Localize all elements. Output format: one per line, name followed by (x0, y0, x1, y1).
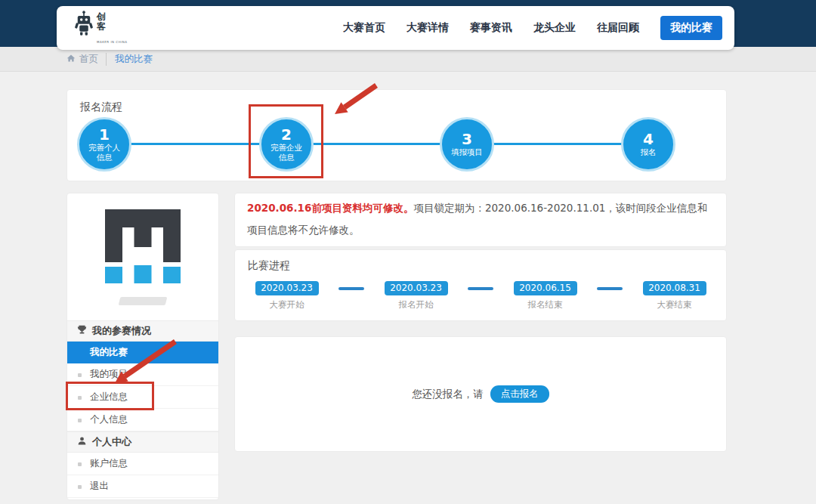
milestone-signup-end: 2020.06.15 报名结束 (493, 281, 597, 311)
steps-connector (104, 143, 648, 145)
breadcrumb-home-link[interactable]: 首页 (66, 53, 98, 66)
step-1-complete-personal-info: 1 完善个人信息 (77, 117, 131, 172)
timeline-connector (468, 287, 493, 290)
user-icon (77, 436, 87, 448)
page: 创 客 MAKER IN CHINA 大赛首页 大赛详情 赛事资讯 龙头企业 往… (0, 0, 816, 504)
milestone-date-badge: 2020.03.23 (255, 281, 319, 295)
empty-state-card: 您还没报名，请 点击报名 (234, 336, 727, 452)
nav-item-past-reviews[interactable]: 往届回顾 (597, 21, 639, 35)
company-logo-block (67, 193, 218, 320)
step-3-fill-project: 3 填报项目 (440, 117, 494, 172)
step-4-signup: 4 报名 (621, 117, 675, 172)
notice-card: 2020.06.16前项目资料均可修改。项目锁定期为：2020.06.16-20… (234, 193, 727, 247)
sidebar: 我的参赛情况 我的比赛 我的项目 企业信息 个人信息 个人中心 账户信息 (66, 193, 219, 500)
my-contest-button[interactable]: 我的比赛 (660, 16, 722, 40)
timeline-row: 2020.03.23 大赛开始 2020.03.23 报名开始 2020.06.… (235, 281, 726, 311)
timeline-connector (338, 287, 364, 290)
milestone-date-badge: 2020.08.31 (643, 281, 706, 295)
nav-item-contest-news[interactable]: 赛事资讯 (470, 21, 512, 35)
site-logo[interactable]: 创 客 MAKER IN CHINA (73, 10, 128, 46)
bullet-icon (78, 419, 82, 422)
sidebar-item-company-info[interactable]: 企业信息 (67, 386, 218, 409)
milestone-contest-end: 2020.08.31 大赛结束 (623, 281, 726, 311)
logo-char-2: 客 (97, 22, 128, 32)
sidebar-item-my-contest[interactable]: 我的比赛 (67, 342, 218, 363)
timeline-title: 比赛进程 (235, 250, 726, 273)
breadcrumb-current[interactable]: 我的比赛 (106, 53, 153, 66)
empty-state-message: 您还没报名，请 (412, 388, 484, 401)
bullet-icon (78, 485, 82, 489)
process-steps: 1 完善个人信息 2 完善企业信息 3 填报项目 4 报名 (67, 90, 726, 181)
milestone-date-badge: 2020.03.23 (385, 281, 448, 295)
nav-item-contest-detail[interactable]: 大赛详情 (406, 21, 449, 35)
company-logo-icon (105, 209, 181, 289)
timeline-connector (597, 287, 623, 290)
breadcrumb: 首页 我的比赛 (0, 47, 816, 72)
contest-progress-card: 比赛进程 2020.03.23 大赛开始 2020.03.23 报名开始 202… (234, 249, 727, 321)
bullet-icon (78, 396, 82, 400)
sidebar-item-personal-info[interactable]: 个人信息 (67, 409, 218, 431)
sidebar-item-my-projects[interactable]: 我的项目 (67, 363, 218, 386)
robot-logo-icon (73, 10, 94, 40)
main-nav: 大赛首页 大赛详情 赛事资讯 龙头企业 往届回顾 我的比赛 (343, 16, 722, 40)
sidebar-section-my-participation: 我的参赛情况 (67, 320, 218, 342)
nav-item-contest-home[interactable]: 大赛首页 (343, 21, 385, 35)
milestone-date-badge: 2020.06.15 (514, 281, 577, 295)
nav-item-leading-companies[interactable]: 龙头企业 (533, 21, 576, 35)
step-2-complete-company-info: 2 完善企业信息 (259, 117, 314, 172)
sidebar-section-personal-center: 个人中心 (67, 431, 218, 453)
bullet-icon (78, 462, 82, 466)
sidebar-item-account-info[interactable]: 账户信息 (67, 453, 218, 475)
trophy-icon (77, 325, 87, 337)
blurred-company-name (119, 297, 168, 305)
site-header: 创 客 MAKER IN CHINA 大赛首页 大赛详情 赛事资讯 龙头企业 往… (57, 6, 734, 50)
milestone-contest-start: 2020.03.23 大赛开始 (235, 281, 338, 311)
registration-process-card: 报名流程 1 完善个人信息 2 完善企业信息 3 填报项目 4 报名 (66, 89, 727, 181)
sidebar-item-logout[interactable]: 退出 (67, 475, 218, 498)
bullet-icon (78, 373, 82, 377)
notice-highlight-text: 2020.06.16前项目资料均可修改。 (247, 202, 413, 214)
home-icon (66, 54, 76, 65)
click-to-signup-button[interactable]: 点击报名 (490, 385, 549, 403)
logo-subtext: MAKER IN CHINA (97, 40, 128, 44)
milestone-signup-start: 2020.03.23 报名开始 (364, 281, 468, 311)
